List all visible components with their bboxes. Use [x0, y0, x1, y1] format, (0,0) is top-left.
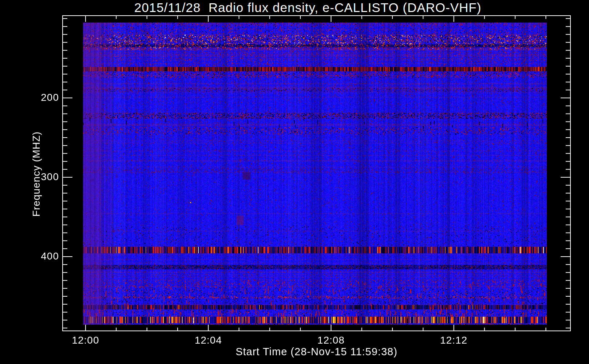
y-axis-title: Frequency (MHZ): [31, 123, 42, 225]
x-axis-title: Start Time (28-Nov-15 11:59:38): [63, 346, 570, 358]
x-tick-label: 12:00: [56, 335, 115, 346]
x-tick-label: 12:12: [425, 335, 483, 346]
y-tick-label: 400: [19, 250, 59, 262]
axes-frame: [0, 0, 589, 364]
x-tick-label: 12:08: [302, 335, 360, 346]
spectrogram-chart: 2015/11/28 Radio flux density, e-CALLIST…: [0, 0, 589, 364]
y-tick-label: 200: [19, 92, 59, 103]
plot-frame: [63, 16, 570, 331]
x-tick-label: 12:04: [179, 335, 237, 346]
